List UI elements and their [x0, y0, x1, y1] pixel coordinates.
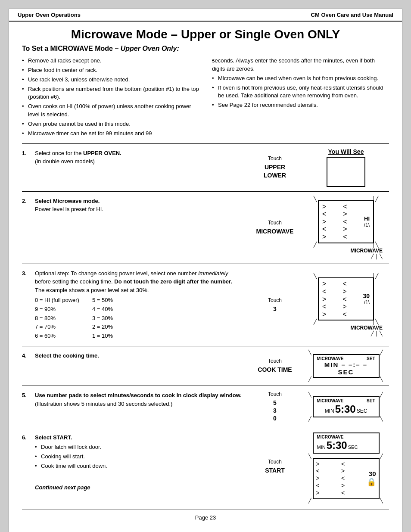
- step-5-num: 5.: [22, 386, 35, 428]
- step-5-display: ╲ │╱ MICROWAVE SET MIN 5:30 SEC: [303, 386, 389, 428]
- page: Upper Oven Operations CM Oven Care and U…: [9, 9, 402, 532]
- list-item: Microwave timer can be set for 99 minute…: [22, 130, 199, 138]
- start-display-top: MICROWAVE MIN 5:30 SEC: [313, 432, 380, 454]
- list-item: seconds. Always enter the seconds after …: [212, 57, 389, 73]
- step-4-num: 4.: [22, 346, 35, 386]
- list-item: Oven probe cannot be used in this mode.: [22, 120, 199, 128]
- list-item: Place food in center of rack.: [22, 66, 199, 75]
- intro-right: seconds. Always enter the seconds after …: [212, 57, 389, 139]
- step-3-num: 3.: [22, 264, 35, 346]
- step-1-num: 1.: [22, 144, 35, 191]
- list-item: Cooking will start.: [35, 453, 243, 461]
- step-1-display: You Will See: [303, 144, 389, 191]
- step-6-touch: Touch START: [247, 428, 303, 505]
- intro-left: Remove all racks except one. Place food …: [22, 57, 199, 139]
- step-2-row: 2. Select Microwave mode. Power level is…: [22, 191, 389, 264]
- microwave-label-2: MICROWAVE: [305, 248, 387, 254]
- header-left: Upper Oven Operations: [18, 12, 81, 18]
- step-3-row: 3. Optional step: To change cooking powe…: [22, 264, 389, 346]
- you-will-see-label: You Will See: [328, 148, 364, 155]
- list-item: Remove all racks except one.: [22, 57, 199, 65]
- step-5-row: 5. Use number pads to select minutes/sec…: [22, 386, 389, 428]
- list-item: Rack positions are numbered from the bot…: [22, 85, 199, 102]
- step-2-display: ╲ │╱ > < > < >: [303, 192, 389, 264]
- page-header: Upper Oven Operations CM Oven Care and U…: [9, 9, 402, 22]
- microwave-label-3: MICROWAVE: [305, 325, 387, 331]
- list-item: Microwave can be used when oven is hot f…: [212, 75, 389, 83]
- intro-right-list: seconds. Always enter the seconds after …: [212, 57, 389, 109]
- list-item: If oven is hot from previous use, only h…: [212, 84, 389, 100]
- step-6-bullets: Door latch will lock door. Cooking will …: [35, 443, 243, 470]
- step-2-num: 2.: [22, 192, 35, 264]
- step-2-content: Select Microwave mode. Power level is pr…: [35, 192, 247, 264]
- step-3-touch: Touch 3: [247, 264, 303, 346]
- step-3-content: Optional step: To change cooking power l…: [35, 264, 247, 346]
- list-item: Door latch will lock door.: [35, 443, 243, 451]
- cook-time-530-display: MICROWAVE SET MIN 5:30 SEC: [313, 396, 380, 417]
- step-6-content: Select START. Door latch will lock door.…: [35, 428, 247, 505]
- power-col-left: 0 = HI (full power) 9 = 90% 8 = 80% 7 = …: [35, 296, 79, 341]
- step-5-touch: Touch 530: [247, 386, 303, 428]
- list-item: Use rack level 3, unless otherwise noted…: [22, 76, 199, 84]
- step-6-display: MICROWAVE MIN 5:30 SEC ╲ │╱: [303, 428, 389, 505]
- step-4-touch: Touch COOK TIME: [247, 346, 303, 386]
- step-1-touch: Touch UPPERLOWER: [247, 144, 303, 191]
- list-item: Oven cooks on HI (100% of power) unless …: [22, 103, 199, 119]
- list-item: Cook time will count down.: [35, 462, 243, 470]
- step-2-touch: Touch MICROWAVE: [247, 192, 303, 264]
- power-col-right: 5 = 50% 4 = 40% 3 = 30% 2 = 20% 1 = 10%: [92, 296, 113, 341]
- continued-text: Continued next page: [35, 484, 90, 491]
- page-title: Microwave Mode – Upper or Single Oven ON…: [22, 28, 389, 41]
- step-3-display: ╲ │╱ > < > < >: [303, 264, 389, 346]
- intro-section: Remove all racks except one. Place food …: [22, 57, 389, 139]
- upper-lower-display-box: [327, 157, 365, 187]
- step-4-display: ╲ │╱ MICROWAVE SET MIN – –:– – SEC ╱ ╲: [303, 346, 389, 386]
- header-right: CM Oven Care and Use Manual: [311, 12, 393, 18]
- step-4-row: 4. Select the cooking time. Touch COOK T…: [22, 346, 389, 386]
- steps-area: 1. Select once for the UPPER OVEN. (in d…: [22, 143, 389, 505]
- microwave-30-display: > < > < > < > < >: [318, 277, 374, 320]
- microwave-hi-display: > < > < > < > < >: [318, 200, 374, 243]
- step-1-content: Select once for the UPPER OVEN. (in doub…: [35, 144, 247, 191]
- step-6-row: 6. Select START. Door latch will lock do…: [22, 428, 389, 505]
- intro-left-list: Remove all racks except one. Place food …: [22, 57, 199, 138]
- step-6-num: 6.: [22, 428, 35, 505]
- step-4-content: Select the cooking time.: [35, 346, 247, 386]
- page-number: Page 23: [22, 510, 389, 523]
- start-wave-display: > < > < > < > < >: [313, 458, 380, 499]
- step-1-row: 1. Select once for the UPPER OVEN. (in d…: [22, 143, 389, 191]
- list-item: See Page 22 for recommended utensils.: [212, 101, 389, 109]
- power-table: 0 = HI (full power) 9 = 90% 8 = 80% 7 = …: [35, 296, 243, 341]
- cook-time-blank-display: MICROWAVE SET MIN – –:– – SEC: [313, 354, 380, 378]
- step-5-content: Use number pads to select minutes/second…: [35, 386, 247, 428]
- sub-title: To Set a MICROWAVE Mode – Upper Oven Onl…: [22, 45, 389, 53]
